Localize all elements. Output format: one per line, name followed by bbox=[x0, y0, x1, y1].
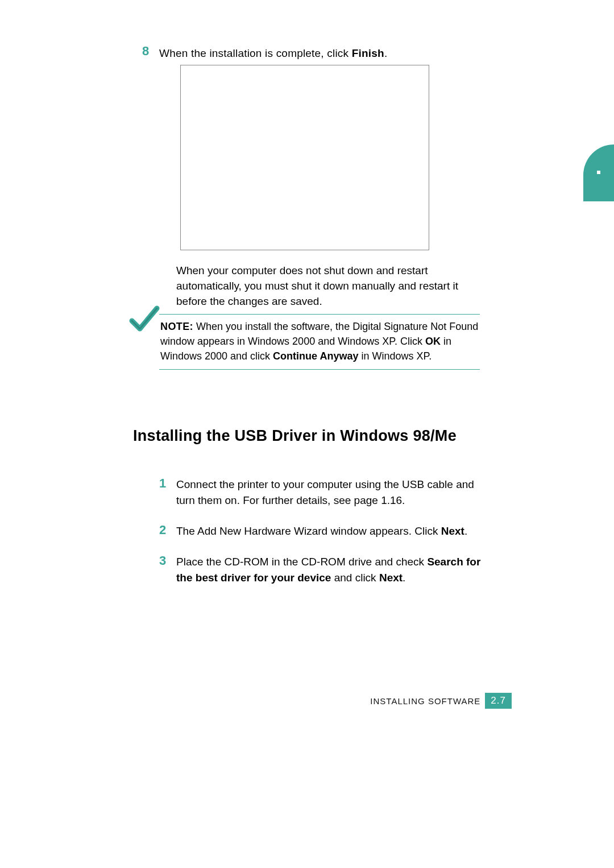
footer-page-number: 2.7 bbox=[485, 693, 512, 709]
text-fragment: When the installation is complete, click bbox=[159, 47, 352, 59]
step-3-text: Place the CD-ROM in the CD-ROM drive and… bbox=[176, 556, 480, 584]
bold-ok: OK bbox=[425, 336, 441, 347]
bold-next: Next bbox=[379, 572, 403, 584]
note-text: NOTE: When you install the software, the… bbox=[160, 319, 479, 363]
step-number: 1 bbox=[159, 476, 166, 491]
page-footer: INSTALLING SOFTWARE 2.7 bbox=[370, 693, 512, 709]
text-fragment: and click bbox=[331, 572, 379, 584]
side-thumb-tab bbox=[583, 144, 614, 201]
note-label: NOTE: bbox=[160, 321, 193, 332]
bold-finish: Finish bbox=[352, 47, 384, 59]
step-1: 1 Connect the printer to your computer u… bbox=[176, 477, 489, 509]
text-fragment: . bbox=[403, 572, 405, 584]
step-number: 3 bbox=[159, 553, 166, 569]
text-fragment: Place the CD-ROM in the CD-ROM drive and… bbox=[176, 556, 427, 568]
post-image-paragraph: When your computer does not shut down an… bbox=[176, 263, 483, 309]
step-2: 2 The Add New Hardware Wizard window app… bbox=[176, 523, 489, 539]
step-3: 3 Place the CD-ROM in the CD-ROM drive a… bbox=[176, 554, 489, 586]
footer-section-name: INSTALLING SOFTWARE bbox=[370, 696, 485, 706]
step-8-row: 8 When the installation is complete, cli… bbox=[159, 46, 515, 61]
text-fragment: . bbox=[464, 525, 467, 537]
text-fragment: . bbox=[384, 47, 387, 59]
bold-next: Next bbox=[441, 525, 464, 537]
step-2-text: The Add New Hardware Wizard window appea… bbox=[176, 525, 467, 537]
bold-continue-anyway: Continue Anyway bbox=[273, 350, 358, 362]
text-fragment: in Windows XP. bbox=[358, 350, 432, 362]
screenshot-placeholder bbox=[180, 65, 429, 250]
section-heading: Installing the USB Driver in Windows 98/… bbox=[133, 425, 482, 446]
step-number: 8 bbox=[142, 44, 150, 59]
document-page: 8 When the installation is complete, cli… bbox=[0, 0, 614, 868]
checkmark-icon bbox=[128, 304, 160, 336]
step-8-text: When the installation is complete, click… bbox=[159, 47, 387, 59]
note-callout: NOTE: When you install the software, the… bbox=[159, 314, 480, 370]
steps-list: 1 Connect the printer to your computer u… bbox=[176, 477, 489, 601]
step-number: 2 bbox=[159, 522, 166, 538]
text-fragment: The Add New Hardware Wizard window appea… bbox=[176, 525, 441, 537]
step-1-text: Connect the printer to your computer usi… bbox=[176, 478, 474, 506]
